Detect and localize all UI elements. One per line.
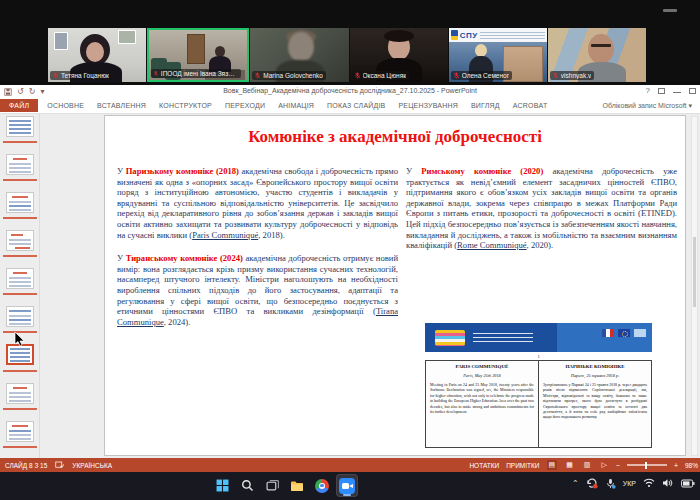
minimize-icon[interactable] [673,92,681,93]
spellcheck-icon[interactable] [55,461,64,469]
scrollbar-thumb[interactable] [693,237,696,307]
tray-mic-icon[interactable] [605,478,616,489]
slide-thumbnail[interactable] [6,268,34,289]
embedded-document-image[interactable]: 1 PARIS COMMUNIQUÉ Paris, May 25th 2018 … [425,323,652,448]
notes-button[interactable]: НОТАТКИ [469,462,499,469]
doc-subtitle-ua: Париж, 25 травня 2018 р. [543,373,647,378]
video-tile-ipood[interactable]: ІПООД імені Івана Зязюна НА... [147,28,249,82]
ribbon-options-icon[interactable] [658,88,665,94]
status-bar: СЛАЙД 8 З 15 УКРАЇНСЬКА НОТАТКИ ПРИМІТКИ… [0,458,700,472]
tray-chevron-up-icon[interactable]: ⌃ [572,479,579,488]
tray-language-indicator[interactable]: УКР [623,480,636,487]
video-tile-vishnyak[interactable]: vishnyak.v [548,28,646,82]
video-tile-tsiuniak[interactable]: Оксана Цюняк [350,28,448,82]
zoom-app-button[interactable] [337,475,357,496]
wifi-icon[interactable] [643,478,655,488]
status-right: НОТАТКИ ПРИМІТКИ ▤ ▦ ▥ ▷ − + 98% [469,460,698,470]
tab-slideshow[interactable]: ПОКАЗ СЛАЙДІВ [327,102,385,109]
zoom-out-button[interactable]: − [616,462,620,469]
help-icon[interactable]: ? [646,86,650,95]
participant-name-tag: Оксана Цюняк [352,71,410,80]
microsoft-account[interactable]: Обліковий запис Microsoft ▾ [603,102,692,110]
doc-subtitle-en: Paris, May 25th 2018 [430,373,534,378]
spu-banner: СПУ [449,28,547,42]
doc-title-en: PARIS COMMUNIQUÉ [430,364,534,369]
view-normal-button[interactable]: ▤ [547,460,558,470]
tab-view[interactable]: ВИГЛЯД [471,102,500,109]
document-title: Вовк_Вебінар_Академічна доброчесність до… [0,87,700,94]
slide-thumbnail[interactable] [6,306,34,327]
slide-thumbnail[interactable] [6,192,34,213]
thumbnail-separator [3,255,37,257]
zoom-percentage[interactable]: 98% [685,462,698,469]
doc-body-ua: Зустрічаючись у Парижі 24 і 25 травня 20… [543,383,647,421]
participant-name-tag: Олена Семеног [451,71,512,80]
slide-thumbnail[interactable] [6,230,34,251]
view-reading-button[interactable]: ▥ [582,460,593,470]
task-view-button[interactable] [262,475,282,496]
slide-right-column[interactable]: У Римському комюніке (2020) академічна д… [406,166,677,251]
slide-thumbnail[interactable] [6,116,34,137]
slide-left-column[interactable]: У Паризькому комюніке (2018) академічна … [117,166,398,327]
tab-home[interactable]: ОСНОВНЕ [47,102,84,109]
battery-icon[interactable] [681,479,695,488]
chrome-button[interactable] [312,475,332,496]
restore-icon[interactable] [689,88,696,94]
zoom-slider[interactable] [627,464,667,466]
person-face [588,34,614,64]
vertical-scrollbar[interactable] [691,116,698,456]
view-slideshow-button[interactable]: ▷ [599,460,608,470]
link-paris-communique[interactable]: Paris Communiqué [192,230,258,240]
slide-canvas[interactable]: Комюніке з академічної доброчесності У П… [104,115,686,456]
comments-button[interactable]: ПРИМІТКИ [506,462,539,469]
tab-animations[interactable]: АНІМАЦІЯ [278,102,314,109]
logo-square [634,329,646,337]
start-button[interactable] [212,475,232,496]
tab-design[interactable]: КОНСТРУКТОР [159,102,212,109]
tab-insert[interactable]: ВСТАВЛЕННЯ [97,102,146,109]
windows-taskbar: ⌃ УКР [0,472,700,500]
zoom-minimize-handle[interactable] [663,9,677,12]
zoom-slider-thumb[interactable] [645,462,648,469]
task-view-icon [266,479,279,492]
folder-icon [290,480,304,492]
update-pending-icon[interactable] [586,477,598,489]
doc-cell-ukrainian: ПАРИЗЬКЕ КОМЮНІКЕ Париж, 25 травня 2018 … [539,360,652,448]
video-tile-hotsaniuk[interactable]: Тетяна Гоцанюк [48,28,146,82]
participant-name: ІПООД імені Івана Зязюна НА... [161,70,239,77]
slide-thumbnail[interactable] [6,154,34,175]
volume-icon[interactable] [662,478,674,488]
video-tile-semenoh[interactable]: СПУ Олена Семеног [449,28,547,82]
ehea-paris2018-logo [435,330,465,346]
edit-area: Комюніке з академічної доброчесності У П… [0,114,700,458]
system-tray: ⌃ УКР [572,477,695,489]
university-crest-icon [451,30,458,40]
spu-logo-text: СПУ [460,31,478,40]
tab-transitions[interactable]: ПЕРЕХОДИ [225,102,265,109]
tab-review[interactable]: РЕЦЕНЗУВАННЯ [398,102,458,109]
video-tile-golovchenko[interactable]: Marina Golovchenko [250,28,348,82]
search-button[interactable] [237,475,257,496]
wall-picture [54,32,68,50]
screen: Тетяна Гоцанюк ІПООД імені Івана Зязюна … [0,0,700,500]
zoom-in-button[interactable]: + [674,462,678,469]
slide-title[interactable]: Комюніке з академічної доброчесності [105,127,685,147]
slide-thumbnail-panel[interactable] [0,114,40,458]
tab-acrobat[interactable]: ACROBAT [513,102,548,109]
tab-file[interactable]: ФАЙЛ [0,99,38,112]
video-tiles-row: Тетяна Гоцанюк ІПООД імені Івана Зязюна … [48,28,646,82]
eu-flag-icon [618,329,630,337]
doc-page-number: 1 [425,354,652,359]
mouse-cursor [14,332,25,347]
search-icon [241,479,254,492]
slide-thumbnail[interactable] [6,421,34,442]
link-rome-communique[interactable]: Rome Communiqué [457,240,526,250]
slide-thumbnail-selected[interactable] [6,344,34,365]
slide-thumbnail[interactable] [6,383,34,404]
window-controls: ? [646,86,696,95]
powerpoint-window: ↺ ↻ ▾ Вовк_Вебінар_Академічна доброчесні… [0,85,700,472]
view-sorter-button[interactable]: ▦ [564,460,575,470]
muted-mic-icon [354,72,361,79]
file-explorer-button[interactable] [287,475,307,496]
language-indicator[interactable]: УКРАЇНСЬКА [72,462,112,469]
